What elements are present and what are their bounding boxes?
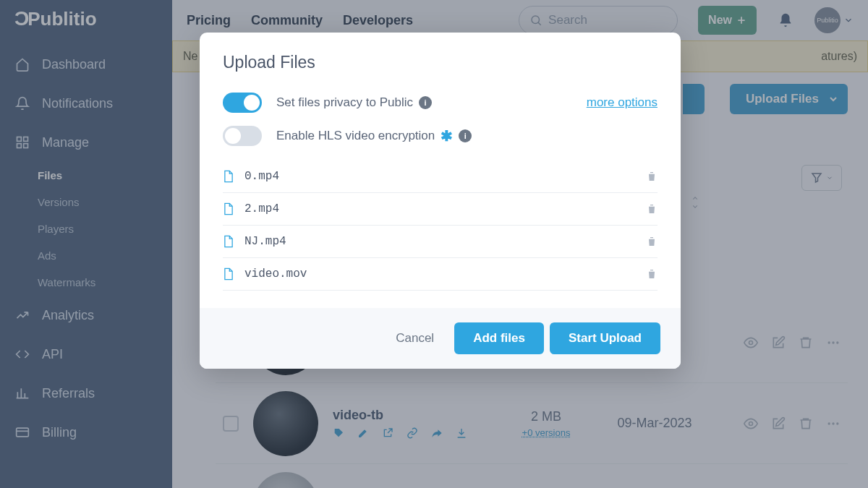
file-icon [223,170,234,183]
file-icon [223,267,234,281]
remove-file-button[interactable] [646,202,658,215]
file-icon [223,202,234,215]
upload-modal: Upload Files Set files privacy to Public… [200,33,681,369]
info-icon[interactable]: i [459,129,472,142]
remove-file-button[interactable] [646,235,658,248]
asterisk-icon: ✱ [441,127,453,145]
upload-file-item: 0.mp4 [223,160,658,193]
file-name: NJ.mp4 [244,235,636,248]
file-name: 0.mp4 [244,170,636,183]
hls-label: Enable HLS video encryption [276,129,435,143]
upload-file-item: NJ.mp4 [223,226,658,258]
info-icon[interactable]: i [419,96,432,109]
start-upload-button[interactable]: Start Upload [550,322,660,354]
privacy-label: Set files privacy to Public [276,95,413,110]
cancel-button[interactable]: Cancel [381,324,448,353]
upload-file-item: 2.mp4 [223,193,658,226]
add-files-button[interactable]: Add files [454,322,544,354]
more-options-link[interactable]: more options [587,95,658,110]
upload-file-list: 0.mp4 2.mp4 NJ.mp4 video.mov [223,160,658,291]
upload-file-item: video.mov [223,258,658,291]
hls-toggle[interactable] [223,126,262,146]
file-icon [223,235,234,248]
modal-title: Upload Files [223,53,658,72]
remove-file-button[interactable] [646,267,658,281]
file-name: 2.mp4 [244,202,636,215]
file-name: video.mov [244,267,636,281]
remove-file-button[interactable] [646,170,658,183]
privacy-toggle[interactable] [223,93,262,113]
